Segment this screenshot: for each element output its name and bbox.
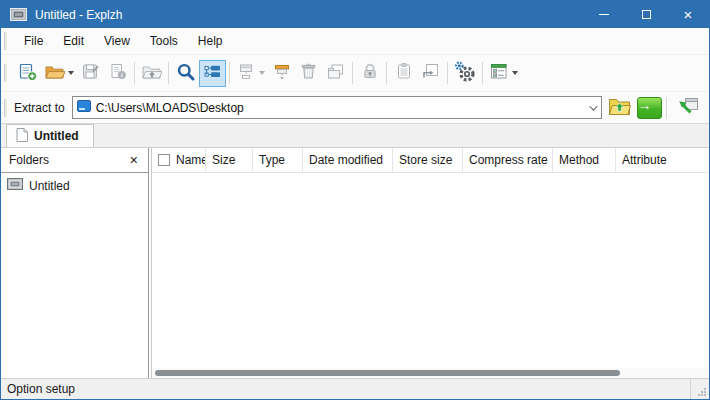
maximize-icon [642, 10, 651, 19]
column-header-compress-rate[interactable]: Compress rate [463, 148, 553, 172]
column-header-size[interactable]: Size [206, 148, 253, 172]
clipboard-icon [395, 62, 413, 84]
browse-folder-icon [608, 96, 631, 119]
toolbar-separator [482, 62, 483, 84]
extract-to-folder-button [138, 60, 165, 87]
tab-untitled[interactable]: Untitled [6, 124, 94, 147]
search-icon [176, 62, 196, 85]
status-bar: Option setup [1, 378, 709, 399]
tree-item-label: Untitled [29, 179, 70, 193]
file-list: Name Size Type Date modified Store size … [152, 148, 709, 378]
jump-to-explorer-button[interactable] [675, 96, 701, 120]
extract-files-button[interactable] [268, 60, 295, 87]
archive-icon [7, 178, 23, 193]
add-files-dropdown-caret [259, 71, 265, 75]
window-arrow-icon [421, 62, 440, 84]
tab-label: Untitled [34, 129, 79, 143]
tab-bar: Untitled [1, 124, 709, 148]
delete-button [295, 60, 322, 87]
trash-icon [299, 62, 318, 84]
extract-to-label: Extract to [14, 101, 65, 115]
column-label: Name [176, 153, 206, 167]
toolbar-grip[interactable] [4, 64, 8, 82]
open-archive-button[interactable] [41, 60, 77, 87]
add-files-button [233, 60, 268, 87]
column-header-type[interactable]: Type [253, 148, 303, 172]
toolbar-separator [352, 62, 353, 84]
column-label: Method [559, 153, 599, 167]
toolbar [1, 55, 709, 92]
folders-panel-title: Folders [9, 153, 128, 167]
column-header-date-modified[interactable]: Date modified [303, 148, 393, 172]
save-as-button [77, 60, 104, 87]
extractbar-separator [666, 97, 667, 119]
toolbar-separator [168, 62, 169, 84]
arrow-right-icon: → [637, 97, 662, 119]
folders-panel-header: Folders × [1, 148, 148, 173]
extract-go-button[interactable]: → [636, 96, 662, 120]
lock-button [356, 60, 383, 87]
select-all-checkbox[interactable] [158, 154, 170, 166]
toolbar-separator [386, 62, 387, 84]
folder-up-icon [141, 63, 162, 84]
menu-help[interactable]: Help [188, 28, 233, 54]
toolbar-separator [447, 62, 448, 84]
folders-close-button[interactable]: × [128, 153, 140, 167]
new-archive-button[interactable] [14, 60, 41, 87]
column-label: Store size [399, 153, 452, 167]
extract-files-icon [272, 62, 292, 84]
scrollbar-thumb[interactable] [155, 370, 620, 376]
minimize-button[interactable] [583, 1, 625, 28]
column-label: Attribute [622, 153, 667, 167]
extract-path-input[interactable] [96, 101, 583, 115]
menu-tools[interactable]: Tools [140, 28, 188, 54]
column-header-method[interactable]: Method [553, 148, 616, 172]
app-archive-icon [10, 8, 27, 21]
tree-item-untitled[interactable]: Untitled [1, 173, 148, 197]
combobox-dropdown-button[interactable] [583, 97, 601, 118]
add-files-icon [236, 62, 256, 84]
column-label: Type [259, 153, 285, 167]
settings-button[interactable] [451, 60, 479, 87]
window-title: Untitled - Explzh [35, 8, 583, 22]
menu-view[interactable]: View [94, 28, 140, 54]
view-in-explorer-button [322, 60, 349, 87]
column-label: Size [212, 153, 235, 167]
extractbar-grip[interactable] [4, 99, 8, 117]
resize-grip[interactable] [695, 379, 709, 399]
archive-info-icon [109, 62, 127, 84]
search-button[interactable] [172, 60, 199, 87]
toolbar-separator [229, 62, 230, 84]
view-options-dropdown-caret[interactable] [512, 71, 518, 75]
lock-icon [361, 62, 379, 84]
grip-dots-icon [697, 387, 707, 397]
explorer-jump-icon [677, 96, 699, 119]
menubar-grip[interactable] [4, 32, 8, 50]
menu-edit[interactable]: Edit [53, 28, 94, 54]
file-list-body[interactable] [152, 173, 709, 368]
toggle-tree-view-button[interactable] [199, 60, 226, 87]
extract-path-combobox[interactable] [72, 96, 602, 119]
close-button[interactable]: × [667, 1, 709, 28]
maximize-button[interactable] [625, 1, 667, 28]
open-archive-dropdown-caret[interactable] [68, 71, 74, 75]
save-as-icon [81, 62, 100, 84]
column-header-attribute[interactable]: Attribute [616, 148, 709, 172]
archive-info-button [104, 60, 131, 87]
view-options-icon [489, 62, 509, 84]
statusbar-separator [690, 379, 691, 399]
browse-folder-button[interactable] [606, 96, 632, 120]
column-header-name[interactable]: Name [152, 148, 206, 172]
view-options-button[interactable] [486, 60, 521, 87]
horizontal-scrollbar[interactable] [152, 368, 709, 378]
gears-icon [454, 61, 476, 86]
extract-bar: Extract to → [1, 92, 709, 124]
menu-file[interactable]: File [14, 28, 53, 54]
column-header-store-size[interactable]: Store size [393, 148, 463, 172]
open-with-button [417, 60, 444, 87]
toolbar-separator [134, 62, 135, 84]
close-icon: × [684, 7, 693, 22]
file-list-header: Name Size Type Date modified Store size … [152, 148, 709, 173]
chevron-down-icon [589, 102, 597, 110]
minimize-icon [599, 14, 609, 15]
